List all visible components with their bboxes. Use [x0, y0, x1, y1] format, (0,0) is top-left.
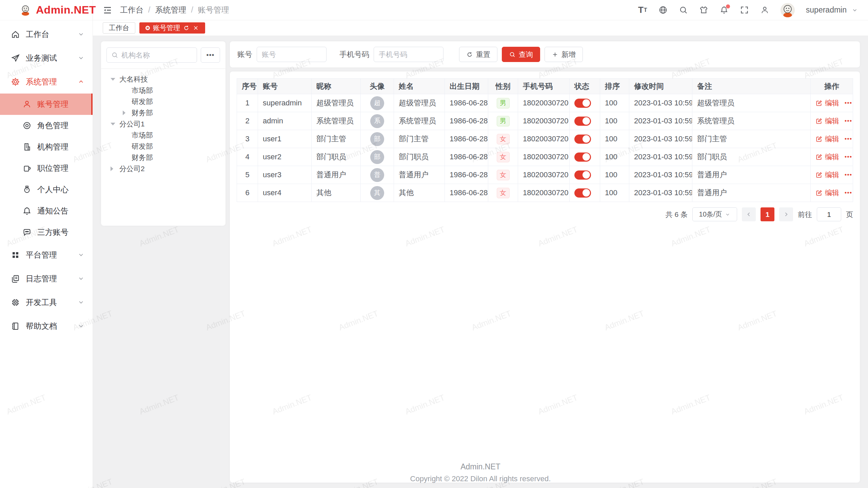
edit-button[interactable]: 编辑 — [815, 116, 839, 126]
status-toggle[interactable] — [574, 152, 591, 162]
sidebar-item-third-party[interactable]: 三方账号 — [0, 222, 93, 243]
caret-right-icon[interactable] — [123, 110, 132, 115]
tree-node[interactable]: 财务部 — [106, 152, 220, 163]
status-toggle[interactable] — [574, 135, 591, 144]
sidebar-item-dev-tools[interactable]: 开发工具 — [0, 290, 93, 314]
tree-node[interactable]: 分公司1 — [106, 118, 220, 129]
status-toggle[interactable] — [574, 170, 591, 180]
column-header-status: 状态 — [570, 79, 600, 94]
row-more-button[interactable]: ••• — [845, 100, 852, 106]
tree-node[interactable]: 市场部 — [106, 129, 220, 141]
sidebar-item-workbench[interactable]: 工作台 — [0, 22, 93, 46]
breadcrumb-item-current: 账号管理 — [198, 5, 229, 15]
account-input[interactable] — [257, 47, 327, 62]
font-size-icon[interactable]: TT — [638, 5, 647, 15]
tree-node[interactable]: 大名科技 — [106, 74, 220, 85]
sidebar-item-notice[interactable]: 通知公告 — [0, 200, 93, 222]
user-avatar[interactable] — [781, 3, 795, 17]
row-more-button[interactable]: ••• — [845, 171, 852, 178]
sidebar-item-system-mgmt[interactable]: 系统管理 — [0, 70, 93, 94]
row-more-button[interactable]: ••• — [845, 136, 852, 142]
sidebar-item-log-mgmt[interactable]: 日志管理 — [0, 267, 93, 290]
page-suffix-label: 页 — [846, 210, 853, 219]
current-page-button[interactable]: 1 — [761, 207, 774, 221]
accounts-table: 序号 账号 昵称 头像 姓名 出生日期 性别 手机号码 状态 排序 修改时间 备… — [237, 78, 853, 202]
edit-button[interactable]: 编辑 — [815, 170, 839, 180]
org-search-input[interactable] — [121, 51, 192, 59]
cell-gender: 女 — [488, 184, 518, 202]
page-footer: Admin.NET Copyright © 2022 Dilon All rig… — [93, 462, 868, 483]
row-more-button[interactable]: ••• — [845, 189, 852, 196]
phone-input[interactable] — [374, 47, 443, 62]
caret-right-icon[interactable] — [111, 166, 119, 171]
edit-button[interactable]: 编辑 — [815, 98, 839, 108]
chevron-down-icon[interactable] — [852, 7, 858, 13]
sidebar-item-label: 通知公告 — [37, 206, 84, 216]
person-icon[interactable] — [760, 5, 769, 15]
sidebar-item-business-test[interactable]: 业务测试 — [0, 46, 93, 70]
sidebar-item-account-mgmt[interactable]: 账号管理 — [0, 94, 93, 115]
status-toggle[interactable] — [574, 188, 591, 198]
next-page-button[interactable] — [779, 207, 793, 221]
goto-page-input[interactable] — [817, 207, 841, 221]
breadcrumb: 工作台 / 系统管理 / 账号管理 — [120, 5, 229, 15]
tree-node[interactable]: 研发部 — [106, 96, 220, 107]
edit-button[interactable]: 编辑 — [815, 188, 839, 198]
sidebar-item-label: 职位管理 — [37, 163, 84, 174]
reset-button[interactable]: 重置 — [459, 47, 497, 62]
sidebar-item-platform-mgmt[interactable]: 平台管理 — [0, 243, 93, 267]
close-icon[interactable] — [193, 25, 199, 31]
fullscreen-icon[interactable] — [740, 5, 749, 15]
search-button[interactable]: 查询 — [502, 47, 540, 62]
avatar: 超 — [370, 96, 384, 110]
cell-account: user4 — [258, 184, 312, 202]
username[interactable]: superadmin — [806, 5, 847, 15]
tab-account-mgmt[interactable]: 账号管理 — [139, 22, 205, 34]
row-more-button[interactable]: ••• — [845, 154, 852, 160]
cell-name: 其他 — [394, 184, 445, 202]
org-search-box — [106, 47, 197, 63]
theme-icon[interactable] — [699, 5, 708, 15]
status-toggle[interactable] — [574, 99, 591, 108]
breadcrumb-item[interactable]: 系统管理 — [155, 5, 186, 15]
cell-name: 部门主管 — [394, 130, 445, 148]
page-size-select[interactable]: 10条/页 — [692, 207, 737, 221]
query-panel: 账号 手机号码 重置 查询 新增 — [230, 41, 860, 67]
language-icon[interactable] — [658, 5, 668, 15]
breadcrumb-item[interactable]: 工作台 — [120, 5, 143, 15]
search-icon[interactable] — [679, 5, 688, 15]
notification-icon[interactable] — [719, 5, 729, 15]
refresh-icon[interactable] — [183, 25, 190, 31]
tree-node[interactable]: 研发部 — [106, 141, 220, 152]
tree-node[interactable]: 财务部 — [106, 107, 220, 118]
add-button[interactable]: 新增 — [545, 47, 583, 62]
edit-label: 编辑 — [825, 170, 839, 180]
tab-workbench[interactable]: 工作台 — [103, 22, 135, 34]
menu-fold-icon[interactable] — [102, 5, 113, 15]
prev-page-button[interactable] — [742, 207, 756, 221]
tree-node-label: 大名科技 — [119, 75, 148, 84]
breadcrumb-separator: / — [148, 5, 150, 15]
cell-account: admin — [258, 112, 312, 130]
toggle-knob — [583, 171, 590, 179]
edit-button[interactable]: 编辑 — [815, 152, 839, 162]
row-more-button[interactable]: ••• — [845, 118, 852, 124]
send-icon — [11, 54, 20, 63]
sidebar-item-profile-center[interactable]: 个人中心 — [0, 179, 93, 200]
sidebar-item-position-mgmt[interactable]: 职位管理 — [0, 158, 93, 179]
sidebar-item-role-mgmt[interactable]: 角色管理 — [0, 115, 93, 136]
cell-birth: 1986-06-28 — [445, 94, 488, 112]
sidebar-item-help-docs[interactable]: 帮助文档 — [0, 314, 93, 338]
caret-down-icon[interactable] — [111, 78, 119, 81]
tree-node[interactable]: 市场部 — [106, 85, 220, 96]
edit-icon — [815, 189, 823, 197]
table-row: 1superadmin超级管理员超超级管理员1986-06-28男1802003… — [237, 94, 853, 112]
sidebar-item-label: 系统管理 — [26, 77, 78, 87]
org-more-button[interactable]: ••• — [201, 47, 220, 63]
status-toggle[interactable] — [574, 117, 591, 126]
tree-node[interactable]: 分公司2 — [106, 163, 220, 174]
sidebar-item-org-mgmt[interactable]: 机构管理 — [0, 136, 93, 158]
edit-button[interactable]: 编辑 — [815, 134, 839, 144]
cell-no: 4 — [237, 148, 258, 166]
caret-down-icon[interactable] — [111, 123, 119, 125]
